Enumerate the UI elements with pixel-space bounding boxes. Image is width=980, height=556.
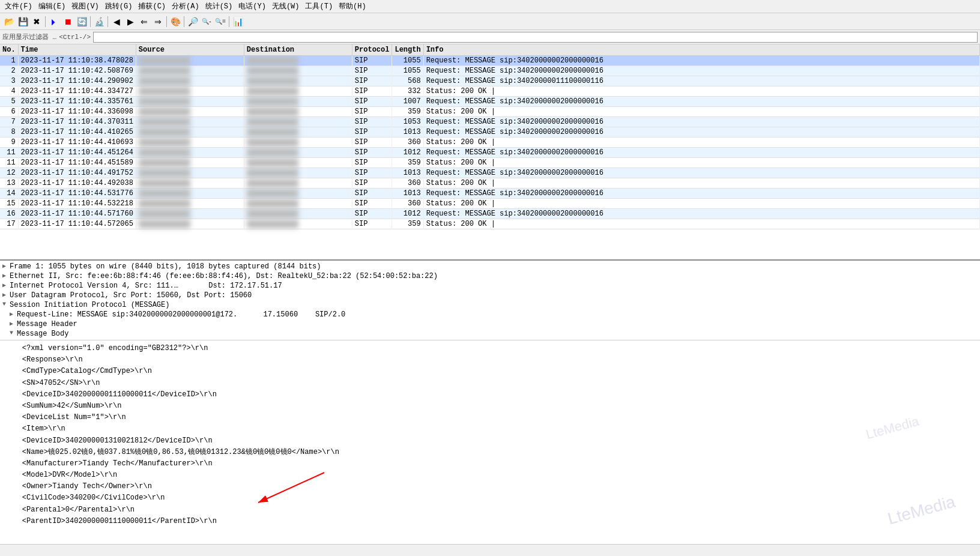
detail-ethernet-text: Ethernet II, Src: fe:ee:6b:88:f4:46 (fe:… — [10, 272, 978, 280]
btn-zoom-in[interactable]: 🔎 — [186, 15, 199, 28]
expand-msg-body[interactable]: ▼ — [10, 330, 17, 336]
table-row[interactable]: 11 2023-11-17 11:10:44.451589 SIP 359 St… — [0, 158, 980, 168]
cell-time: 2023-11-17 11:10:44.370311 — [18, 117, 136, 127]
cell-dst — [244, 219, 352, 229]
cell-dst — [244, 158, 352, 168]
cell-info: Request: MESSAGE sip:3402000000200000001… — [423, 209, 979, 219]
detail-ethernet[interactable]: ▶ Ethernet II, Src: fe:ee:6b:88:f4:46 (f… — [0, 271, 980, 281]
cell-proto: SIP — [352, 97, 392, 107]
btn-zoom-reset[interactable]: 🔍= — [214, 15, 227, 28]
cell-time: 2023-11-17 11:10:44.410265 — [18, 127, 136, 137]
cell-src — [136, 199, 244, 209]
cell-no: 6 — [0, 107, 18, 117]
detail-msg-body[interactable]: ▼ Message Body — [0, 329, 980, 339]
menu-analyze[interactable]: 分析(A) — [169, 1, 202, 11]
menu-stats[interactable]: 统计(S) — [203, 1, 235, 11]
btn-start-capture[interactable]: ⏵ — [47, 15, 61, 28]
table-row[interactable]: 17 2023-11-17 11:10:44.572065 SIP 359 St… — [0, 219, 980, 229]
expand-sip[interactable]: ▼ — [2, 301, 10, 307]
menu-wireless[interactable]: 无线(W) — [270, 1, 302, 11]
menu-phone[interactable]: 电话(Y) — [236, 1, 268, 11]
cell-src — [136, 209, 244, 219]
detail-msg-header-text: Message Header — [17, 320, 978, 328]
table-row[interactable]: 14 2023-11-17 11:10:44.531776 SIP 1013 R… — [0, 189, 980, 199]
cell-time: 2023-11-17 11:10:44.410693 — [18, 137, 136, 148]
menu-tools[interactable]: 工具(T) — [303, 1, 335, 11]
expand-msg-header[interactable]: ▶ — [10, 320, 17, 327]
filter-input[interactable] — [93, 32, 978, 43]
detail-msg-header[interactable]: ▶ Message Header — [0, 319, 980, 329]
cell-proto: SIP — [352, 148, 392, 158]
btn-first[interactable]: ⇐ — [138, 15, 151, 28]
table-row[interactable]: 11 2023-11-17 11:10:44.451264 SIP 1012 R… — [0, 148, 980, 158]
cell-no: 7 — [0, 117, 18, 127]
table-row[interactable]: 7 2023-11-17 11:10:44.370311 SIP 1053 Re… — [0, 117, 980, 127]
btn-colorize[interactable]: 🎨 — [169, 15, 182, 28]
menu-edit[interactable]: 编辑(E) — [36, 1, 68, 11]
table-row[interactable]: 13 2023-11-17 11:10:44.492038 SIP 360 St… — [0, 178, 980, 189]
detail-sip[interactable]: ▼ Session Initiation Protocol (MESSAGE) — [0, 300, 980, 310]
cell-len: 1053 — [392, 117, 423, 127]
expand-ethernet[interactable]: ▶ — [2, 272, 10, 279]
menu-help[interactable]: 帮助(H) — [336, 1, 369, 11]
xml-body-section[interactable]: <?xml version="1.0" encoding="GB2312"?>\… — [0, 340, 980, 556]
sep3 — [107, 16, 108, 27]
cell-src — [136, 148, 244, 158]
cell-proto: SIP — [352, 219, 392, 229]
detail-udp[interactable]: ▶ User Datagram Protocol, Src Port: 1506… — [0, 291, 980, 300]
xml-line-5: <DeviceID>34020000001110000011</DeviceID… — [5, 389, 975, 400]
btn-last[interactable]: ⇒ — [151, 15, 165, 28]
menu-file[interactable]: 文件(F) — [2, 1, 35, 11]
btn-stats[interactable]: 📊 — [231, 15, 244, 28]
menu-view[interactable]: 视图(V) — [69, 1, 101, 11]
btn-back[interactable]: ◀ — [110, 15, 123, 28]
detail-ipv4[interactable]: ▶ Internet Protocol Version 4, Src: 111.… — [0, 281, 980, 291]
btn-filter-expr[interactable]: 🔬 — [92, 15, 106, 28]
expand-ipv4[interactable]: ▶ — [2, 282, 10, 289]
btn-close[interactable]: ✖ — [30, 15, 43, 28]
table-row[interactable]: 3 2023-11-17 11:10:44.290902 SIP 568 Req… — [0, 76, 980, 86]
btn-restart-capture[interactable]: 🔄 — [75, 15, 88, 28]
btn-zoom-out[interactable]: 🔍- — [200, 15, 213, 28]
btn-stop-capture[interactable]: ⏹ — [61, 15, 74, 28]
btn-forward[interactable]: ▶ — [124, 15, 137, 28]
cell-len: 568 — [392, 76, 423, 86]
cell-no: 8 — [0, 127, 18, 137]
table-row[interactable]: 6 2023-11-17 11:10:44.336098 SIP 359 Sta… — [0, 107, 980, 117]
xml-line-1: <?xml version="1.0" encoding="GB2312"?>\… — [5, 343, 975, 354]
packet-list[interactable]: No. Time Source Destination Protocol Len… — [0, 44, 980, 261]
detail-request-line[interactable]: ▶ Request-Line: MESSAGE sip:340200000020… — [0, 310, 980, 319]
cell-time: 2023-11-17 11:10:38.478028 — [18, 56, 136, 66]
xml-line-civilcode: <CivilCode>340200</CivilCode>\r\n — [5, 492, 975, 504]
detail-frame[interactable]: ▶ Frame 1: 1055 bytes on wire (8440 bits… — [0, 262, 980, 271]
col-header-proto: Protocol — [352, 44, 392, 56]
protocol-tree[interactable]: ▶ Frame 1: 1055 bytes on wire (8440 bits… — [0, 261, 980, 340]
table-row[interactable]: 5 2023-11-17 11:10:44.335761 SIP 1007 Re… — [0, 97, 980, 107]
cell-info: Status: 200 OK | — [423, 178, 979, 189]
table-row[interactable]: 8 2023-11-17 11:10:44.410265 SIP 1013 Re… — [0, 127, 980, 137]
btn-open[interactable]: 📂 — [2, 15, 16, 28]
table-row[interactable]: 15 2023-11-17 11:10:44.532218 SIP 360 St… — [0, 199, 980, 209]
table-row[interactable]: 16 2023-11-17 11:10:44.571760 SIP 1012 R… — [0, 209, 980, 219]
cell-info: Request: MESSAGE sip:3402000000200000001… — [423, 127, 979, 137]
expand-request-line[interactable]: ▶ — [10, 310, 17, 318]
menu-goto[interactable]: 跳转(G) — [103, 1, 135, 11]
table-row[interactable]: 4 2023-11-17 11:10:44.334727 SIP 332 Sta… — [0, 86, 980, 97]
menu-capture[interactable]: 捕获(C) — [136, 1, 168, 11]
cell-time: 2023-11-17 11:10:44.532218 — [18, 199, 136, 209]
cell-len: 332 — [392, 86, 423, 97]
cell-dst — [244, 107, 352, 117]
btn-save[interactable]: 💾 — [16, 15, 29, 28]
table-row[interactable]: 9 2023-11-17 11:10:44.410693 SIP 360 Sta… — [0, 137, 980, 148]
cell-time: 2023-11-17 11:10:44.334727 — [18, 86, 136, 97]
cell-no: 1 — [0, 56, 18, 66]
packet-list-header: No. Time Source Destination Protocol Len… — [0, 44, 980, 56]
expand-frame[interactable]: ▶ — [2, 262, 10, 270]
cell-time: 2023-11-17 11:10:44.451264 — [18, 148, 136, 158]
table-row[interactable]: 1 2023-11-17 11:10:38.478028 SIP 1055 Re… — [0, 56, 980, 66]
expand-udp[interactable]: ▶ — [2, 291, 10, 298]
table-row[interactable]: 12 2023-11-17 11:10:44.491752 SIP 1013 R… — [0, 168, 980, 178]
table-row[interactable]: 2 2023-11-17 11:10:42.508769 SIP 1055 Re… — [0, 66, 980, 76]
cell-time: 2023-11-17 11:10:44.451589 — [18, 158, 136, 168]
cell-info: Request: MESSAGE sip:3402000000200000001… — [423, 97, 979, 107]
